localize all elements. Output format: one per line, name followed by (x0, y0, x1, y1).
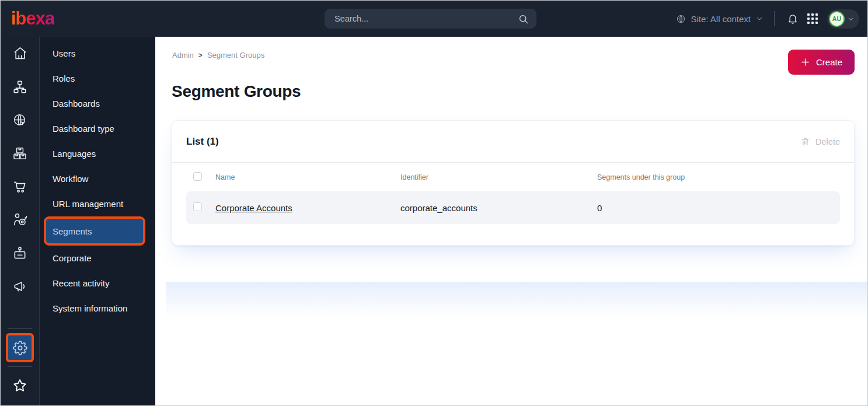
menu-item-recent-activity[interactable]: Recent activity (40, 271, 155, 296)
menu-item-dashboards[interactable]: Dashboards (40, 91, 155, 116)
select-all-checkbox[interactable] (193, 172, 202, 181)
main-content: Admin > Segment Groups Create Segment Gr… (155, 37, 868, 406)
product-boxes-icon (12, 146, 27, 161)
search-input[interactable] (325, 14, 518, 23)
id-badge-icon (12, 246, 27, 261)
create-button-label: Create (816, 57, 842, 67)
notifications-button[interactable] (783, 9, 803, 29)
nav-product-catalog[interactable] (1, 136, 39, 170)
cart-icon (12, 179, 27, 194)
nav-home[interactable] (1, 37, 39, 70)
rail-divider (8, 366, 32, 367)
ibexa-admin-screen: ibexa Site: All context (0, 0, 868, 406)
topbar-divider (774, 11, 775, 26)
chevron-down-icon (847, 15, 855, 23)
menu-item-segments[interactable]: Segments (44, 216, 145, 246)
admin-submenu: Users Roles Dashboards Dashboard type La… (40, 37, 155, 406)
menu-item-workflow[interactable]: Workflow (40, 166, 155, 191)
segment-groups-table: Name Identifier Segments under this grou… (172, 163, 854, 224)
column-header-name: Name (215, 173, 400, 181)
create-button[interactable]: Create (788, 50, 855, 75)
chevron-down-icon (755, 15, 764, 23)
breadcrumb-separator: > (198, 51, 203, 60)
customer-target-icon (12, 212, 28, 228)
nav-admin-settings[interactable] (6, 333, 34, 362)
list-card-header: List (1) Delete (172, 121, 854, 163)
delete-button[interactable]: Delete (800, 136, 840, 146)
delete-button-label: Delete (815, 137, 840, 146)
column-header-identifier: Identifier (400, 173, 597, 181)
user-menu[interactable]: AU (827, 9, 859, 29)
menu-item-system-information[interactable]: System information (40, 296, 155, 321)
nav-site[interactable] (1, 103, 39, 136)
segment-group-identifier: corporate_accounts (400, 203, 597, 213)
breadcrumb: Admin > Segment Groups (172, 51, 264, 60)
nav-commerce[interactable] (1, 170, 39, 203)
bookmarks-star-icon (12, 377, 28, 394)
table-header-row: Name Identifier Segments under this grou… (186, 163, 840, 191)
menu-item-corporate[interactable]: Corporate (40, 246, 155, 271)
globe-icon (676, 14, 686, 24)
site-globe-icon (12, 113, 27, 128)
nav-content[interactable] (1, 70, 39, 103)
nav-marketing[interactable] (1, 270, 39, 303)
nav-personalization[interactable] (1, 203, 39, 236)
row-checkbox[interactable] (193, 202, 202, 211)
segment-group-name-link[interactable]: Corporate Accounts (215, 203, 400, 213)
menu-item-roles[interactable]: Roles (40, 66, 155, 91)
content-tree-icon (12, 79, 27, 94)
column-header-segments: Segments under this group (597, 173, 840, 181)
breadcrumb-current: Segment Groups (207, 51, 264, 60)
segment-group-count: 0 (597, 203, 840, 213)
settings-gear-icon (13, 341, 27, 355)
ibexa-logo[interactable]: ibexa (11, 8, 54, 29)
table-row: Corporate Accounts corporate_accounts 0 (186, 191, 840, 224)
menu-item-url-management[interactable]: URL management (40, 191, 155, 216)
menu-item-dashboard-type[interactable]: Dashboard type (40, 116, 155, 141)
segment-groups-list-card: List (1) Delete Name Identifier Segments… (172, 120, 855, 246)
plus-icon (800, 57, 810, 67)
topbar-controls: Site: All context AU (676, 1, 859, 37)
bell-icon (787, 13, 799, 24)
top-bar: ibexa Site: All context (1, 1, 867, 37)
menu-item-users[interactable]: Users (40, 41, 155, 66)
app-grid-icon (807, 13, 818, 24)
home-icon (12, 46, 28, 61)
search-icon[interactable] (518, 13, 529, 24)
nav-bookmarks[interactable] (1, 370, 39, 401)
breadcrumb-admin[interactable]: Admin (172, 51, 194, 60)
card-glow (166, 282, 868, 318)
app-switcher-button[interactable] (803, 9, 822, 29)
site-context-label: Site: All context (691, 14, 751, 24)
global-search[interactable] (325, 9, 536, 29)
list-title: List (1) (186, 136, 219, 148)
menu-item-languages[interactable]: Languages (40, 141, 155, 166)
rail-divider (8, 328, 32, 329)
nav-corporate[interactable] (1, 236, 39, 270)
site-context-switcher[interactable]: Site: All context (676, 14, 764, 24)
avatar: AU (829, 11, 845, 27)
main-nav-rail (1, 37, 40, 406)
trash-icon (800, 136, 810, 146)
page-title: Segment Groups (172, 82, 301, 101)
megaphone-icon (12, 279, 27, 294)
